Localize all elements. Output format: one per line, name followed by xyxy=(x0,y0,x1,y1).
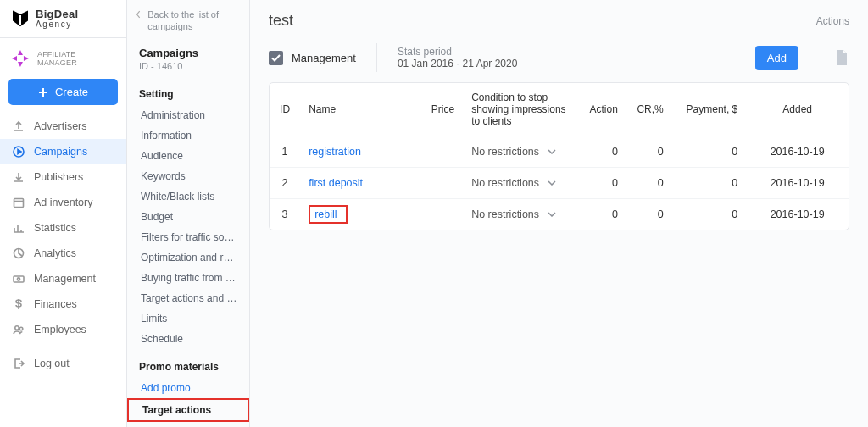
sidebar-item-finances[interactable]: Finances xyxy=(0,291,126,317)
table-row: 1registrationNo restrictions0002016-10-1… xyxy=(270,136,849,168)
cell-cr: 0 xyxy=(626,199,672,230)
campaign-header: Campaigns ID - 14610 xyxy=(127,42,249,80)
sec-item-buying-traffic[interactable]: Buying traffic from S... xyxy=(127,268,249,288)
vertical-divider xyxy=(376,43,377,72)
dollar-icon xyxy=(12,297,25,311)
sidebar-item-campaigns[interactable]: Campaigns xyxy=(0,139,126,164)
th-action[interactable]: Action xyxy=(577,83,626,136)
sec-item-optimization[interactable]: Optimization and rules xyxy=(127,247,249,268)
nav-label: Advertisers xyxy=(34,120,87,132)
sec-item-add-promo[interactable]: Add promo xyxy=(127,378,249,398)
cell-condition: No restrictions xyxy=(463,168,577,199)
brand-name-2: Agency xyxy=(36,20,79,30)
cell-payment: 0 xyxy=(672,199,747,230)
nav-label: Log out xyxy=(34,358,70,369)
calendar-icon xyxy=(12,196,25,209)
sidebar-item-management[interactable]: Management xyxy=(0,266,126,291)
group-title-promo: Promo materials xyxy=(127,356,249,378)
sidebar-secondary: Back to the list of campaigns Campaigns … xyxy=(127,0,250,427)
condition-dropdown[interactable]: No restrictions xyxy=(471,146,569,158)
cell-added: 2016-10-19 xyxy=(746,136,849,168)
cell-action: 0 xyxy=(577,136,626,168)
cell-condition: No restrictions xyxy=(463,199,577,230)
condition-dropdown[interactable]: No restrictions xyxy=(471,208,569,220)
sec-item-schedule[interactable]: Schedule xyxy=(127,329,249,349)
sidebar-item-ad-inventory[interactable]: Ad inventory xyxy=(0,190,126,215)
th-payment[interactable]: Payment, $ xyxy=(672,83,747,136)
cell-price xyxy=(403,199,463,230)
condition-dropdown[interactable]: No restrictions xyxy=(471,177,569,189)
cell-id: 1 xyxy=(270,136,300,168)
stats-period[interactable]: Stats period 01 Jan 2016 - 21 Apr 2020 xyxy=(398,46,517,69)
cell-price xyxy=(403,136,463,168)
cell-name: first deposit xyxy=(300,168,403,199)
sec-item-information[interactable]: Information xyxy=(127,125,249,146)
cell-payment: 0 xyxy=(672,168,747,199)
money-icon xyxy=(12,272,25,286)
affiliate-manager-block[interactable]: AFFILIATE MANAGER xyxy=(0,38,126,79)
sidebar-item-advertisers[interactable]: Advertisers xyxy=(0,114,126,139)
sec-item-target-actions[interactable]: Target actions xyxy=(127,398,249,422)
cell-cr: 0 xyxy=(626,136,672,168)
stats-period-value: 01 Jan 2016 - 21 Apr 2020 xyxy=(398,58,517,69)
sec-item-keywords[interactable]: Keywords xyxy=(127,166,249,186)
nav-label: Ad inventory xyxy=(34,197,92,208)
plus-icon xyxy=(38,87,48,97)
download-icon xyxy=(12,170,25,184)
th-name[interactable]: Name xyxy=(300,83,403,136)
sec-item-budget[interactable]: Budget xyxy=(127,207,249,227)
nav-label: Publishers xyxy=(34,171,83,183)
sec-item-administration[interactable]: Administration xyxy=(127,105,249,125)
th-id[interactable]: ID xyxy=(270,83,300,136)
actions-menu[interactable]: Actions xyxy=(816,15,849,27)
sidebar-item-employees[interactable]: Employees xyxy=(0,317,126,342)
nav-label: Analytics xyxy=(34,247,76,259)
sec-item-limits[interactable]: Limits xyxy=(127,308,249,329)
th-cr[interactable]: CR,% xyxy=(626,83,672,136)
sec-item-filters[interactable]: Filters for traffic sour... xyxy=(127,227,249,247)
create-button-label: Create xyxy=(55,86,88,98)
sec-item-audience[interactable]: Audience xyxy=(127,146,249,166)
logout-item[interactable]: Log out xyxy=(0,351,126,376)
cell-action: 0 xyxy=(577,168,626,199)
sidebar-item-statistics[interactable]: Statistics xyxy=(0,215,126,241)
th-condition[interactable]: Condition to stop showing impressions to… xyxy=(463,83,577,136)
management-label: Management xyxy=(292,52,356,64)
sec-item-journal[interactable]: Journal xyxy=(127,422,249,427)
sidebar-item-analytics[interactable]: Analytics xyxy=(0,241,126,266)
chevron-down-icon xyxy=(548,180,556,186)
play-circle-icon xyxy=(12,145,25,158)
brand-logo[interactable]: BigDeal Agency xyxy=(0,0,126,38)
sec-item-white-black[interactable]: White/Black lists xyxy=(127,186,249,207)
cell-condition: No restrictions xyxy=(463,136,577,168)
row-name-link[interactable]: rebill xyxy=(309,205,347,224)
control-row: Management Stats period 01 Jan 2016 - 21… xyxy=(250,30,868,82)
svg-rect-8 xyxy=(14,276,24,282)
affiliate-label: AFFILIATE MANAGER xyxy=(37,50,118,67)
sidebar-item-publishers[interactable]: Publishers xyxy=(0,164,126,190)
bar-chart-icon xyxy=(12,221,25,235)
pie-chart-icon xyxy=(12,247,25,260)
create-button[interactable]: Create xyxy=(8,79,118,105)
page-title: test xyxy=(269,12,293,30)
th-added[interactable]: Added xyxy=(746,83,849,136)
th-price[interactable]: Price xyxy=(403,83,463,136)
sec-item-target-actions-re[interactable]: Target actions and re... xyxy=(127,288,249,308)
avatar-icon xyxy=(8,47,32,70)
target-actions-table: ID Name Price Condition to stop showing … xyxy=(269,82,849,230)
checkbox-icon[interactable] xyxy=(269,51,283,65)
back-link[interactable]: Back to the list of campaigns xyxy=(127,5,249,42)
cell-added: 2016-10-19 xyxy=(746,168,849,199)
nav-label: Finances xyxy=(34,298,77,310)
row-name-link[interactable]: registration xyxy=(309,146,361,158)
promo-group: Promo materials Add promo Target actions… xyxy=(127,352,249,427)
row-name-link[interactable]: first deposit xyxy=(309,177,363,189)
management-checkbox-group[interactable]: Management xyxy=(269,51,356,65)
cell-id: 2 xyxy=(270,168,300,199)
nav-label: Campaigns xyxy=(34,146,87,158)
nav-label: Management xyxy=(34,273,96,285)
document-icon[interactable] xyxy=(834,49,849,66)
chevron-left-icon xyxy=(136,9,141,19)
add-button[interactable]: Add xyxy=(755,46,798,70)
users-icon xyxy=(12,323,25,336)
